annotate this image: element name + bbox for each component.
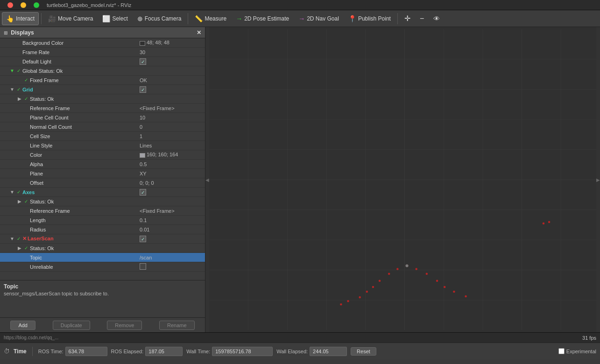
- tree-row-normal-cell-count[interactable]: Normal Cell Count 0: [0, 122, 205, 132]
- tree-row-offset[interactable]: Offset 0; 0; 0: [0, 178, 205, 188]
- panel-resize-handle[interactable]: ◀: [205, 27, 209, 332]
- checkbox-icon[interactable]: ✓: [140, 86, 146, 93]
- expand-icon: ▶: [17, 199, 22, 204]
- maximize-button[interactable]: [34, 2, 39, 8]
- camera-type-button[interactable]: 👁: [429, 12, 444, 25]
- tree-panel[interactable]: Background Color 48; 48; 48 Frame Rate 3…: [0, 38, 205, 280]
- displays-header: ⊞ Displays ✕: [0, 27, 205, 38]
- tree-row-alpha[interactable]: Alpha 0.5: [0, 160, 205, 169]
- buttons-panel: Add Duplicate Remove Rename: [0, 317, 205, 332]
- close-button[interactable]: [7, 2, 13, 8]
- expand-icon[interactable]: ▼: [9, 189, 15, 195]
- tree-row-cell-size[interactable]: Cell Size 1: [0, 132, 205, 141]
- row-label: Unreliable: [30, 264, 138, 270]
- rename-button[interactable]: Rename: [159, 321, 195, 330]
- tree-row-axes-length[interactable]: Length 0.1: [0, 216, 205, 225]
- tree-row-background-color[interactable]: Background Color 48; 48; 48: [0, 38, 205, 48]
- row-label: Grid: [22, 87, 138, 92]
- time-icon: ⏱: [4, 348, 10, 355]
- ros-time-input[interactable]: 634.78: [65, 347, 107, 356]
- tree-row-grid[interactable]: ▼ ✓ Grid ✓: [0, 85, 205, 94]
- check-icon: ✓: [22, 245, 30, 251]
- viewport[interactable]: ▶: [209, 27, 600, 332]
- statusbar: https://blog.csdn.net/qq_... 31 fps: [0, 332, 600, 343]
- row-label: Fixed Frame: [30, 77, 138, 83]
- expand-icon[interactable]: ▼: [9, 87, 15, 92]
- move-camera-icon: 🎥: [48, 15, 56, 22]
- tree-row-laserscan-topic[interactable]: Topic /scan: [0, 253, 205, 262]
- nav-goal-button[interactable]: → 2D Nav Goal: [294, 12, 343, 25]
- displays-close-button[interactable]: ✕: [197, 29, 201, 36]
- ros-elapsed-label: ROS Elapsed:: [111, 349, 144, 354]
- row-value: OK: [138, 77, 203, 83]
- tree-row-axes[interactable]: ▼ ✓ Axes ✓: [0, 188, 205, 197]
- tree-row-global-status[interactable]: ▼ ✓ Global Status: Ok: [0, 66, 205, 76]
- plus-button[interactable]: ✛: [400, 12, 415, 25]
- checkbox-icon[interactable]: ✓: [140, 58, 146, 65]
- row-label: Status: Ok: [30, 199, 138, 204]
- row-label: Normal Cell Count: [30, 124, 138, 130]
- row-label: Length: [30, 217, 138, 223]
- reset-button[interactable]: Reset: [351, 347, 376, 356]
- right-resize-handle[interactable]: ▶: [596, 27, 600, 332]
- tree-row-line-style[interactable]: Line Style Lines: [0, 141, 205, 150]
- interact-button[interactable]: 👆 Interact: [2, 12, 39, 25]
- tree-row-plane[interactable]: Plane XY: [0, 169, 205, 178]
- tree-row-laserscan-unreliable[interactable]: Unreliable: [0, 262, 205, 272]
- expand-icon: ▶: [17, 96, 22, 101]
- svg-point-32: [340, 304, 342, 305]
- tree-row-laserscan-status[interactable]: ▶ ✓ Status: Ok: [0, 244, 205, 253]
- pose-estimate-label: 2D Pose Estimate: [244, 15, 289, 22]
- info-description: sensor_msgs/LaserScan topic to subscribe…: [4, 291, 201, 296]
- tree-row-axes-status[interactable]: ▶ ✓ Status: Ok: [0, 197, 205, 206]
- minimize-button[interactable]: [21, 2, 26, 8]
- checkbox-icon[interactable]: ✓: [140, 189, 146, 196]
- select-button[interactable]: ⬜ Select: [98, 12, 132, 25]
- tree-row-axes-reference-frame[interactable]: Reference Frame <Fixed Frame>: [0, 206, 205, 216]
- publish-point-button[interactable]: 📍 Publish Point: [344, 12, 395, 25]
- time-title: Time: [14, 348, 27, 355]
- wall-time-input[interactable]: 1597855716.78: [212, 347, 273, 356]
- expand-icon[interactable]: ▼: [9, 236, 15, 241]
- checkbox-icon[interactable]: ✓: [140, 236, 146, 242]
- experimental-checkbox[interactable]: [558, 348, 565, 354]
- tree-row-laserscan[interactable]: ▼ ✓ ✕LaserScan ✓: [0, 234, 205, 244]
- row-label: Axes: [22, 189, 138, 195]
- expand-icon: ▶: [17, 245, 22, 251]
- tree-row-grid-reference-frame[interactable]: Reference Frame <Fixed Frame>: [0, 104, 205, 113]
- duplicate-button[interactable]: Duplicate: [53, 321, 90, 330]
- measure-button[interactable]: 📏 Measure: [191, 12, 231, 25]
- pose-estimate-button[interactable]: → 2D Pose Estimate: [232, 12, 293, 25]
- minus-button[interactable]: −: [416, 12, 428, 25]
- wall-elapsed-input[interactable]: 244.05: [310, 347, 347, 356]
- row-value: ✓: [138, 189, 203, 196]
- move-camera-button[interactable]: 🎥 Move Camera: [44, 12, 97, 25]
- row-label: Color: [30, 152, 138, 158]
- wall-time-label: Wall Time:: [186, 349, 210, 354]
- move-camera-label: Move Camera: [58, 15, 93, 22]
- row-value: [138, 263, 203, 271]
- timebar: ⏱ Time ROS Time: 634.78 ROS Elapsed: 187…: [0, 343, 600, 359]
- fps-badge: 31 fps: [582, 335, 596, 341]
- tree-row-default-light[interactable]: Default Light ✓: [0, 57, 205, 66]
- tree-row-grid-status[interactable]: ▶ ✓ Status: Ok: [0, 94, 205, 104]
- tree-row-color[interactable]: Color 160; 160; 164: [0, 150, 205, 160]
- tree-row-axes-radius[interactable]: Radius 0.01: [0, 225, 205, 234]
- tree-row-plane-cell-count[interactable]: Plane Cell Count 10: [0, 113, 205, 122]
- checkbox-unchecked-icon[interactable]: [140, 263, 146, 270]
- toolbar-separator: [41, 13, 42, 24]
- focus-camera-button[interactable]: ⊕ Focus Camera: [133, 12, 186, 25]
- check-icon: ✓: [15, 87, 22, 92]
- ros-elapsed-input[interactable]: 187.05: [145, 347, 183, 356]
- measure-icon: 📏: [195, 15, 203, 22]
- remove-button[interactable]: Remove: [107, 321, 142, 330]
- row-label: Reference Frame: [30, 105, 138, 111]
- wall-elapsed-label: Wall Elapsed:: [276, 349, 308, 354]
- tree-row-fixed-frame[interactable]: ✓ Fixed Frame OK: [0, 76, 205, 85]
- nav-goal-icon: →: [298, 15, 305, 22]
- titlebar: turtlebot3_gazebo_model.rviz* - RViz: [0, 0, 600, 10]
- left-panel: ⊞ Displays ✕ Background Color 48; 48; 48: [0, 27, 205, 332]
- row-label: Topic: [30, 255, 138, 260]
- tree-row-frame-rate[interactable]: Frame Rate 30: [0, 48, 205, 57]
- add-button[interactable]: Add: [10, 321, 35, 330]
